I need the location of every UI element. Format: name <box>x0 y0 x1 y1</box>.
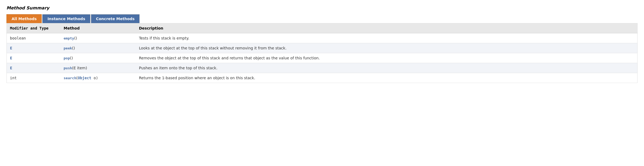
method-cell: peek() <box>61 43 136 53</box>
col-header-description: Description <box>136 23 638 33</box>
table-row: E peek() Looks at the object at the top … <box>7 43 638 53</box>
section-title: Method Summary <box>6 5 638 10</box>
tab-concrete-methods[interactable]: Concrete Methods <box>91 14 140 23</box>
method-table: Modifier and Type Method Description boo… <box>6 23 638 83</box>
col-header-method: Method <box>61 23 136 33</box>
modifier-text: int <box>10 76 17 80</box>
modifier-text: E <box>10 56 12 60</box>
modifier-type: E <box>7 53 61 63</box>
modifier-type: boolean <box>7 33 61 43</box>
method-params: (E item) <box>72 66 87 70</box>
modifier-text: boolean <box>10 36 26 40</box>
modifier-type: E <box>7 43 61 53</box>
table-row: int search(Object o) Returns the 1-based… <box>7 73 638 83</box>
tab-instance-methods-label: Instance Methods <box>47 17 85 21</box>
table-header-row: Modifier and Type Method Description <box>7 23 638 33</box>
tab-bar: All Methods Instance Methods Concrete Me… <box>6 14 638 23</box>
description-cell: Looks at the object at the top of this s… <box>136 43 638 53</box>
method-params: () <box>72 46 75 50</box>
method-param-type: Object <box>78 76 91 80</box>
method-link[interactable]: peek <box>64 46 72 50</box>
description-cell: Returns the 1-based position where an ob… <box>136 73 638 83</box>
modifier-type: E <box>7 63 61 73</box>
table-row: E pop() Removes the object at the top of… <box>7 53 638 63</box>
tab-concrete-methods-label: Concrete Methods <box>96 17 135 21</box>
tab-instance-methods[interactable]: Instance Methods <box>42 14 90 23</box>
description-cell: Tests if this stack is empty. <box>136 33 638 43</box>
method-link[interactable]: search <box>64 76 76 80</box>
method-param-name: o) <box>91 76 98 80</box>
method-params: () <box>70 56 73 60</box>
method-link[interactable]: push <box>64 66 72 70</box>
method-cell: push(E item) <box>61 63 136 73</box>
description-cell: Pushes an item onto the top of this stac… <box>136 63 638 73</box>
table-row: E push(E item) Pushes an item onto the t… <box>7 63 638 73</box>
modifier-text: E <box>10 66 12 70</box>
col-header-modifier: Modifier and Type <box>7 23 61 33</box>
method-params: () <box>74 36 77 40</box>
method-cell: search(Object o) <box>61 73 136 83</box>
method-cell: empty() <box>61 33 136 43</box>
tab-all-methods[interactable]: All Methods <box>6 14 42 23</box>
table-row: boolean empty() Tests if this stack is e… <box>7 33 638 43</box>
tab-all-methods-label: All Methods <box>12 17 37 21</box>
modifier-type: int <box>7 73 61 83</box>
method-cell: pop() <box>61 53 136 63</box>
description-cell: Removes the object at the top of this st… <box>136 53 638 63</box>
modifier-text: E <box>10 46 12 50</box>
method-link[interactable]: empty <box>64 36 74 40</box>
method-link[interactable]: pop <box>64 56 70 60</box>
